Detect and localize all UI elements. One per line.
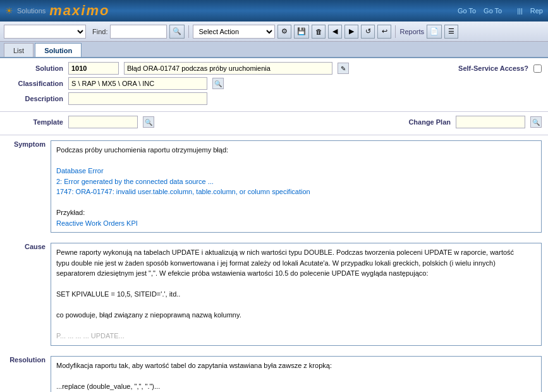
find-button[interactable]: 🔍 bbox=[169, 25, 185, 39]
symptom-blank2 bbox=[56, 197, 536, 208]
change-plan-input[interactable] bbox=[456, 116, 525, 128]
toolbar: Find: 🔍 Select Action ⚙ 💾 🗑 ◀ ▶ ↺ ↩ Repo… bbox=[0, 21, 548, 42]
change-plan-lookup-btn[interactable]: 🔍 bbox=[530, 116, 542, 128]
cause-line-2: separatorem dziesiętnym jest ",". W efek… bbox=[56, 268, 536, 279]
symptom-example-link: Reactive Work Orders KPI bbox=[56, 218, 536, 229]
symptom-line-db-error: Database Error bbox=[56, 166, 536, 176]
symptom-textbox: Podczas próby uruchomienia raportu otrzy… bbox=[51, 140, 542, 233]
app-header: ☀ Solutions maximo Go To Go To ||| Rep bbox=[0, 0, 548, 21]
toolbar-btn-undo[interactable]: ↩ bbox=[377, 25, 391, 39]
change-plan-label: Change Plan bbox=[387, 118, 451, 126]
resolution-content: Modyfikacja raportu tak, aby wartość tab… bbox=[51, 351, 548, 393]
reports-toolbar-label[interactable]: Reports bbox=[399, 28, 424, 35]
self-service-checkbox[interactable] bbox=[533, 64, 542, 73]
description-row: Description bbox=[6, 92, 542, 105]
toolbar-btn-2[interactable]: 💾 bbox=[294, 25, 309, 39]
classification-input[interactable] bbox=[68, 77, 207, 90]
cause-line-6: co powoduje, błąd związany z niepoprawną… bbox=[56, 310, 536, 321]
reports-label[interactable]: Rep bbox=[530, 7, 543, 15]
symptom-label: Symptom bbox=[0, 135, 51, 238]
cause-content: Pewne raporty wykonują na tabelach UPDAT… bbox=[51, 238, 548, 351]
toolbar-separator-1 bbox=[188, 25, 189, 38]
symptom-intro: Podczas próby uruchomienia raportu otrzy… bbox=[56, 145, 536, 156]
header-left: ☀ Solutions maximo bbox=[5, 3, 109, 19]
tab-solution[interactable]: Solution bbox=[35, 43, 82, 57]
toolbar-btn-refresh[interactable]: ↺ bbox=[361, 25, 375, 39]
toolbar-btn-1[interactable]: ⚙ bbox=[277, 25, 291, 39]
cause-line-0: Pewne raporty wykonują na tabelach UPDAT… bbox=[56, 247, 536, 258]
toolbar-separator-2 bbox=[395, 25, 396, 38]
app-name: Solutions bbox=[17, 7, 46, 15]
cause-blank3 bbox=[56, 321, 536, 331]
solution-label: Solution bbox=[6, 64, 63, 72]
template-section: Template 🔍 Change Plan 🔍 bbox=[0, 112, 548, 135]
goto-label[interactable]: Go To bbox=[484, 7, 502, 15]
symptom-line-2: 2: Error generated by the connected data… bbox=[56, 176, 536, 187]
resolution-line-0: Modyfikacja raportu tak, aby wartość tab… bbox=[56, 360, 536, 371]
classification-row: Classification 🔍 bbox=[6, 77, 542, 90]
classification-lookup-btn[interactable]: 🔍 bbox=[212, 78, 224, 89]
select-action-dropdown[interactable]: Select Action bbox=[193, 25, 275, 39]
toolbar-btn-back[interactable]: ◀ bbox=[328, 25, 342, 39]
toolbar-btn-forward[interactable]: ▶ bbox=[344, 25, 358, 39]
symptom-table: Symptom Podczas próby uruchomienia rapor… bbox=[0, 135, 548, 238]
symptom-line-3: 1747: ORA-01747: invalid user.table.colu… bbox=[56, 187, 536, 197]
find-label: Find: bbox=[92, 28, 107, 35]
symptom-blank1 bbox=[56, 156, 536, 166]
toolbar-extra-btn[interactable]: ☰ bbox=[444, 25, 458, 39]
description-input[interactable] bbox=[68, 92, 207, 105]
resolution-label: Resolution bbox=[0, 351, 51, 393]
module-select[interactable] bbox=[4, 25, 86, 39]
template-input[interactable] bbox=[68, 116, 138, 128]
description-label: Description bbox=[6, 95, 63, 102]
symptom-content: Podczas próby uruchomienia raportu otrzy… bbox=[51, 135, 548, 238]
cause-line-8: P... ... ... ... UPDATE... bbox=[56, 331, 536, 341]
form-section: Solution ✎ Self-Service Access? Classifi… bbox=[0, 58, 548, 112]
resolution-line-2: ...replace (double_value, ",", ".")... bbox=[56, 381, 536, 392]
cause-label: Cause bbox=[0, 238, 51, 351]
template-lookup-btn[interactable]: 🔍 bbox=[143, 116, 154, 128]
classification-label: Classification bbox=[6, 80, 63, 87]
cause-line-4: SET KPIVALULE = 10,5, SITEID='.', itd.. bbox=[56, 289, 536, 300]
tabs-bar: List Solution bbox=[0, 42, 548, 58]
solution-row: Solution ✎ Self-Service Access? bbox=[6, 62, 542, 75]
goto-link[interactable]: Go To bbox=[458, 7, 476, 15]
cause-blank1 bbox=[56, 279, 536, 290]
header-right: Go To Go To ||| Rep bbox=[458, 7, 543, 15]
cause-blank2 bbox=[56, 300, 536, 310]
reports-link[interactable]: ||| bbox=[517, 7, 523, 15]
template-label: Template bbox=[6, 118, 63, 126]
toolbar-reports-btn[interactable]: 📄 bbox=[427, 25, 442, 39]
cause-line-1: typu double nie jest w żaden sposób konw… bbox=[56, 258, 536, 269]
sun-icon: ☀ bbox=[5, 6, 13, 16]
cause-table: Cause Pewne raporty wykonują na tabelach… bbox=[0, 238, 548, 351]
tab-list[interactable]: List bbox=[4, 43, 33, 57]
solution-desc-input[interactable] bbox=[124, 62, 332, 75]
resolution-table: Resolution Modyfikacja raportu tak, aby … bbox=[0, 351, 548, 393]
template-row: Template 🔍 Change Plan 🔍 bbox=[6, 116, 542, 128]
solution-desc-icon[interactable]: ✎ bbox=[338, 63, 349, 74]
symptom-example-label: Przykład: bbox=[56, 207, 536, 218]
self-service-label: Self-Service Access? bbox=[446, 64, 528, 72]
solution-input[interactable] bbox=[68, 62, 119, 75]
resolution-textbox: Modyfikacja raportu tak, aby wartość tab… bbox=[51, 356, 542, 393]
logo: maximo bbox=[49, 3, 109, 19]
resolution-blank1 bbox=[56, 371, 536, 381]
toolbar-btn-delete[interactable]: 🗑 bbox=[312, 25, 326, 39]
find-input[interactable] bbox=[110, 25, 167, 39]
cause-textbox: Pewne raporty wykonują na tabelach UPDAT… bbox=[51, 243, 542, 346]
content-area: Solution ✎ Self-Service Access? Classifi… bbox=[0, 58, 548, 392]
